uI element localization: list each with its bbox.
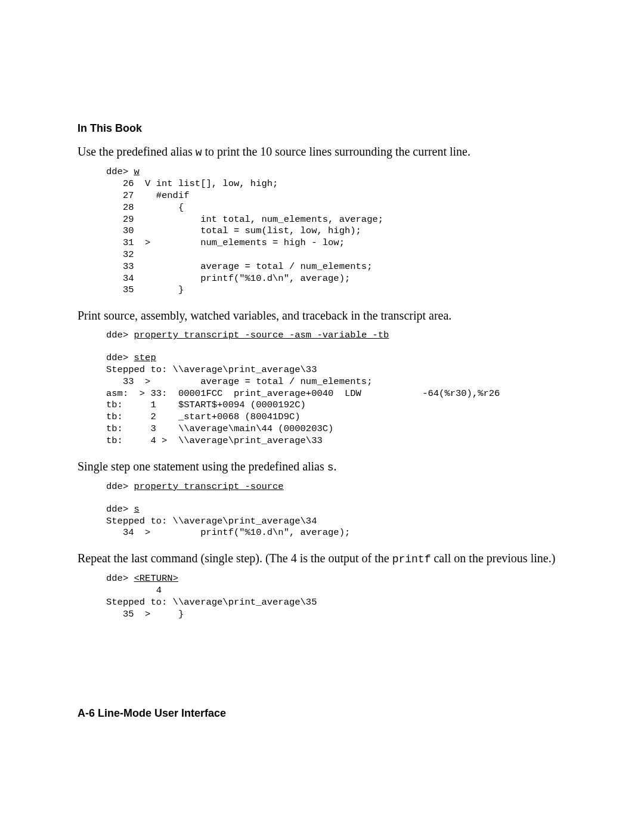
command: w — [134, 166, 140, 177]
code-block-4: dde> property transcript -source — [106, 481, 566, 493]
code-block-3: dde> step Stepped to: \\average\print_av… — [106, 352, 566, 447]
command: property transcript -source -asm -variab… — [134, 330, 389, 340]
command: property transcript -source — [134, 481, 284, 492]
command: step — [134, 352, 156, 363]
prompt: dde> — [106, 352, 134, 363]
prompt: dde> — [106, 481, 134, 492]
text: Repeat the last command (single step). (… — [78, 552, 392, 565]
code-block-1: dde> w 26 V int list[], low, high; 27 #e… — [106, 166, 566, 296]
code-lines: 4 Stepped to: \\average\print_average\35… — [106, 585, 317, 620]
command: <RETURN> — [134, 573, 178, 584]
prompt: dde> — [106, 573, 134, 584]
section-header: In This Book — [78, 122, 566, 135]
prompt: dde> — [106, 330, 134, 340]
code-lines: Stepped to: \\average\print_average\34 3… — [106, 516, 350, 538]
command: s — [134, 504, 140, 515]
code-block-2: dde> property transcript -source -asm -v… — [106, 330, 566, 342]
text: to print the 10 source lines surrounding… — [202, 145, 470, 158]
inline-code: s — [327, 462, 334, 473]
paragraph-2: Print source, assembly, watched variable… — [78, 307, 566, 324]
paragraph-4: Repeat the last command (single step). (… — [78, 550, 566, 567]
text: call on the previous line.) — [431, 552, 555, 565]
prompt: dde> — [106, 504, 134, 515]
paragraph-3: Single step one statement using the pred… — [78, 458, 566, 475]
page-footer: A-6 Line-Mode User Interface — [78, 707, 226, 720]
text: Use the predefined alias — [78, 145, 196, 158]
code-block-5: dde> s Stepped to: \\average\print_avera… — [106, 504, 566, 539]
prompt: dde> — [106, 166, 134, 177]
page: In This Book Use the predefined alias w … — [0, 0, 644, 833]
text: . — [334, 460, 337, 473]
paragraph-1: Use the predefined alias w to print the … — [78, 143, 566, 160]
code-block-6: dde> <RETURN> 4 Stepped to: \\average\pr… — [106, 573, 566, 620]
code-lines: Stepped to: \\average\print_average\33 3… — [106, 364, 500, 446]
code-lines: 26 V int list[], low, high; 27 #endif 28… — [106, 178, 383, 295]
inline-code: w — [196, 147, 202, 159]
inline-code: printf — [392, 553, 431, 565]
text: Single step one statement using the pred… — [78, 460, 327, 473]
